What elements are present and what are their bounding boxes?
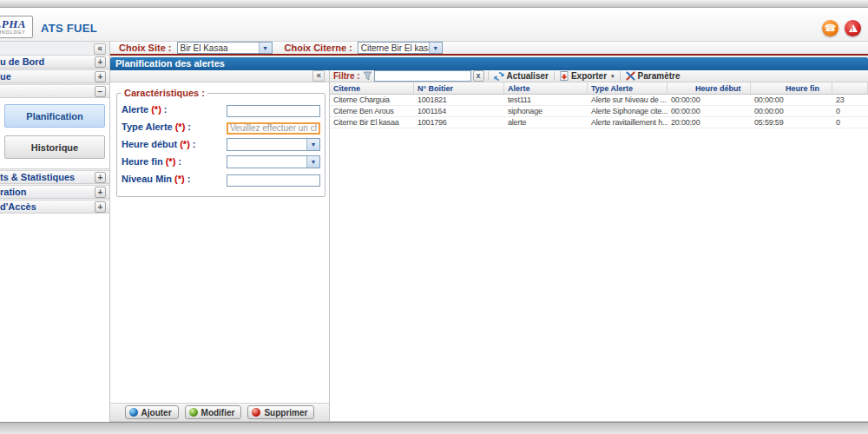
column-header-heure-debut[interactable]: Heure début	[667, 82, 751, 94]
supprimer-button[interactable]: Supprimer	[247, 405, 314, 419]
niveau-min-label: Niveau Min	[122, 174, 172, 184]
choix-site-value: Bir El Kasaa	[178, 43, 259, 53]
application-window: ALPHA TECHNOLOGY ATS FUEL ☎ « u de Bord …	[0, 0, 868, 434]
site-selection-toolbar: Choix Site : Bir El Kasaa ▾ Choix Citern…	[110, 42, 868, 56]
phone-icon[interactable]: ☎	[822, 20, 838, 36]
alpha-technology-logo: ALPHA TECHNOLOGY	[0, 16, 33, 38]
column-header-heure-fin[interactable]: Heure fin	[751, 82, 832, 94]
alerte-input[interactable]	[227, 105, 320, 117]
choix-citerne-label: Choix Citerne :	[285, 43, 352, 53]
sidebar-section-alertes[interactable]: −	[0, 84, 109, 98]
window-top-edge	[0, 0, 868, 8]
modifier-button[interactable]: Modifier	[185, 405, 242, 419]
expand-plus-icon[interactable]: +	[95, 71, 106, 82]
warning-triangle-icon	[849, 24, 858, 32]
edit-orb-icon	[189, 408, 198, 417]
sidebar-section-droits-acces[interactable]: d'Accès +	[0, 200, 109, 214]
main-area: Choix Site : Bir El Kasaa ▾ Choix Citern…	[110, 42, 868, 422]
filtre-label: Filtre :	[333, 71, 360, 81]
grid-panel: Filtre : x Actualiser	[330, 70, 868, 421]
required-mark: (*)	[151, 104, 161, 115]
clear-filter-icon[interactable]: x	[473, 70, 484, 82]
form-body: Caractéristiques : Alerte (*) :	[110, 82, 329, 403]
field-row-heure-fin: Heure fin (*) : ▾	[122, 155, 320, 168]
table-row[interactable]: Citerne Ben Arous 1001164 siphonage Aler…	[330, 106, 868, 117]
colon: :	[164, 104, 168, 115]
settings-tools-icon	[626, 71, 635, 81]
type-alerte-input[interactable]	[227, 122, 320, 135]
app-title: ATS FUEL	[41, 22, 97, 35]
column-header-boitier[interactable]: N° Boitier	[414, 82, 504, 94]
dropdown-arrow-icon[interactable]: ▾	[306, 139, 319, 150]
table-row[interactable]: Citerne Charguia 1001821 test111 Alerte …	[330, 95, 868, 106]
choix-citerne-select[interactable]: Citerne Bir El kasaa ▾	[358, 42, 443, 54]
grid-toolbar: Filtre : x Actualiser	[330, 70, 868, 82]
alert-warning-icon[interactable]	[845, 20, 861, 36]
field-row-type-alerte: Type Alerte (*) :	[122, 120, 320, 134]
sidebar-section-tableau-de-bord[interactable]: u de Bord +	[0, 55, 109, 69]
refresh-icon	[494, 71, 504, 82]
alerte-label: Alerte	[122, 104, 148, 115]
form-collapse-icon[interactable]: «	[312, 70, 325, 82]
heure-debut-label: Heure début	[122, 139, 177, 149]
dropdown-arrow-icon[interactable]: ▾	[429, 43, 442, 53]
column-header-extra[interactable]	[832, 82, 868, 94]
toolbar-separator	[554, 71, 555, 81]
brand-subtitle: TECHNOLOGY	[0, 30, 32, 35]
main-layout: « u de Bord + ue + − Planification Histo…	[0, 42, 868, 422]
sidebar: « u de Bord + ue + − Planification Histo…	[0, 42, 110, 422]
choix-citerne-value: Citerne Bir El kasaa	[358, 43, 429, 53]
exporter-button[interactable]: Exporter ▾	[558, 71, 616, 81]
filter-input[interactable]	[374, 70, 471, 82]
column-header-alerte[interactable]: Alerte	[504, 82, 588, 94]
sidebar-section-configuration[interactable]: ration +	[0, 185, 109, 199]
caracteristiques-fieldset: Caractéristiques : Alerte (*) :	[116, 88, 326, 197]
table-header: Citerne N° Boitier Alerte Type Alerte He…	[330, 82, 868, 95]
column-header-type-alerte[interactable]: Type Alerte	[588, 82, 667, 94]
brand-name: ALPHA	[0, 18, 32, 30]
ajouter-button[interactable]: Ajouter	[125, 405, 179, 419]
required-mark: (*)	[180, 139, 190, 149]
table-row[interactable]: Citerne Bir El kasaa 1001796 alerte Aler…	[330, 117, 868, 128]
colon: :	[178, 156, 181, 167]
required-mark: (*)	[174, 174, 185, 184]
form-panel-toolbar: «	[110, 70, 329, 82]
parametre-button[interactable]: Paramètre	[624, 71, 682, 81]
sidebar-item-historique[interactable]: Historique	[4, 135, 105, 159]
sidebar-item-planification[interactable]: Planification	[4, 104, 105, 128]
field-row-niveau-min: Niveau Min (*) :	[122, 172, 320, 186]
type-alerte-label: Type Alerte	[122, 122, 173, 132]
colon: :	[187, 122, 191, 132]
caret-down-icon[interactable]: ▾	[611, 73, 615, 80]
colon: :	[193, 139, 196, 149]
sidebar-section-etats-statistiques[interactable]: ts & Statistiques +	[0, 170, 109, 184]
expand-plus-icon[interactable]: +	[95, 172, 106, 183]
sidebar-collapse-icon[interactable]: «	[94, 43, 106, 55]
app-header: ALPHA TECHNOLOGY ATS FUEL ☎	[0, 9, 868, 42]
panel-content: « Caractéristiques : Alerte (*) :	[110, 70, 868, 422]
fieldset-legend: Caractéristiques :	[122, 88, 207, 98]
collapse-minus-icon[interactable]: −	[95, 86, 106, 97]
dropdown-arrow-icon[interactable]: ▾	[259, 43, 272, 53]
niveau-min-input[interactable]	[227, 174, 320, 187]
heure-fin-select[interactable]: ▾	[227, 155, 320, 168]
dropdown-arrow-icon[interactable]: ▾	[306, 156, 319, 168]
expand-plus-icon[interactable]: +	[95, 201, 106, 213]
delete-orb-icon	[252, 408, 260, 417]
column-header-citerne[interactable]: Citerne	[330, 82, 414, 94]
expand-plus-icon[interactable]: +	[95, 56, 106, 68]
sidebar-filler	[0, 214, 109, 422]
heure-debut-select[interactable]: ▾	[227, 138, 320, 151]
required-mark: (*)	[166, 156, 176, 167]
choix-site-select[interactable]: Bir El Kasaa ▾	[177, 42, 273, 54]
sidebar-section-2[interactable]: ue +	[0, 69, 109, 83]
window-bottom-edge	[0, 422, 868, 434]
choix-site-label: Choix Site :	[119, 43, 172, 53]
grid-empty-area	[330, 128, 868, 421]
expand-plus-icon[interactable]: +	[95, 187, 106, 198]
toolbar-separator	[488, 71, 489, 81]
export-icon	[560, 71, 569, 81]
form-footer: Ajouter Modifier Supprimer	[110, 403, 329, 421]
actualiser-button[interactable]: Actualiser	[492, 71, 550, 82]
field-row-heure-debut: Heure début (*) : ▾	[122, 137, 320, 151]
